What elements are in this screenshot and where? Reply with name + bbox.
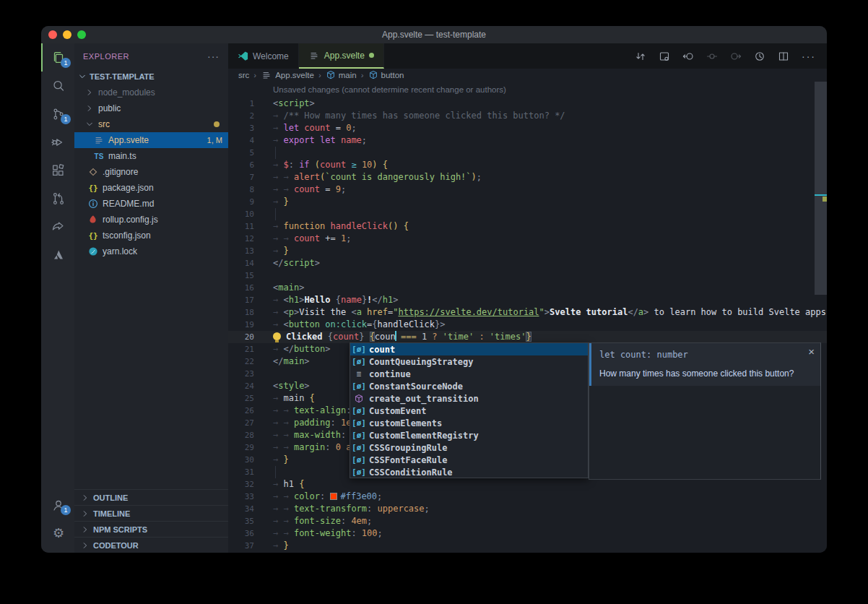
- suggest-item-countqueuingstrategy[interactable]: [ø]CountQueuingStrategy: [350, 355, 588, 368]
- suggest-item-cssfontfacerule[interactable]: [ø]CSSFontFaceRule: [350, 454, 588, 466]
- section-codetour[interactable]: CODETOUR: [74, 537, 228, 553]
- code-line-8[interactable]: 8→ → count = 9;: [228, 184, 827, 196]
- current-revision-icon[interactable]: [706, 51, 718, 62]
- open-changes-with-previous-icon[interactable]: [659, 51, 670, 62]
- suggest-item-count[interactable]: [ø]count: [350, 343, 588, 355]
- line-number: 16: [228, 282, 254, 294]
- traffic-lights: [48, 30, 86, 39]
- breadcrumb-item-app-svelte[interactable]: App.svelte: [261, 69, 314, 81]
- code-line-7[interactable]: 7→ → alert(`count is dangerously high!`)…: [228, 171, 827, 184]
- more-actions-icon[interactable]: ···: [802, 51, 816, 62]
- line-number: 20: [228, 331, 254, 343]
- activity-source-control[interactable]: 1: [41, 100, 74, 128]
- sidebar-header: EXPLORER ···: [74, 43, 228, 69]
- scrollbar: [815, 82, 827, 553]
- code-line-10[interactable]: 10: [228, 208, 827, 220]
- code-line-16[interactable]: 16<main>: [228, 282, 827, 294]
- activity-extensions[interactable]: [41, 156, 74, 184]
- file-row-public[interactable]: public: [74, 100, 228, 116]
- code-line-17[interactable]: 17→ <h1>Hello {name}!</h1>: [228, 294, 827, 306]
- suggest-label: CountQueuingStrategy: [369, 357, 474, 367]
- suggest-label: create_out_transition: [369, 394, 479, 404]
- suggest-item-cssgroupingrule[interactable]: [ø]CSSGroupingRule: [350, 441, 588, 454]
- suggest-item-cssconditionrule[interactable]: [ø]CSSConditionRule: [350, 466, 588, 478]
- file-row-src[interactable]: src: [74, 116, 228, 132]
- suggest-item-customelementregistry[interactable]: [ø]CustomElementRegistry: [350, 429, 588, 441]
- tab-welcome[interactable]: Welcome: [228, 43, 299, 69]
- breadcrumb-item-src[interactable]: src: [238, 71, 249, 79]
- section-outline[interactable]: OUTLINE: [74, 489, 228, 505]
- activity-search[interactable]: [41, 72, 74, 100]
- next-revision-icon[interactable]: [730, 51, 742, 62]
- breadcrumb-item-main[interactable]: main: [326, 70, 357, 80]
- code-line-6[interactable]: 6→ $: if (count ≥ 10) {: [228, 159, 827, 171]
- maximize-window-button[interactable]: [77, 30, 86, 39]
- previous-revision-icon[interactable]: [682, 51, 694, 62]
- code-line-4[interactable]: 4→ export let name;: [228, 134, 827, 147]
- close-window-button[interactable]: [48, 30, 57, 39]
- code-line-1[interactable]: 1<script>: [228, 98, 827, 110]
- title-bar[interactable]: App.svelte — test-template: [41, 26, 827, 43]
- suggest-item-continue[interactable]: ≡continue: [350, 368, 588, 380]
- line-content: → }: [254, 245, 289, 257]
- activity-live-share[interactable]: [41, 212, 74, 241]
- split-editor-icon[interactable]: [778, 51, 789, 62]
- code-line-20[interactable]: 20Clicked {count} {coun === 1 ? 'time' :…: [228, 331, 827, 343]
- code-line-3[interactable]: 3→ let count = 0;: [228, 122, 827, 134]
- activity-azure[interactable]: [41, 241, 74, 269]
- activity-accounts[interactable]: 1: [41, 491, 74, 519]
- activity-run-and-debug[interactable]: [41, 128, 74, 156]
- activity-explorer[interactable]: 1: [41, 43, 74, 72]
- suggest-item-constantsourcenode[interactable]: [ø]ConstantSourceNode: [350, 380, 588, 392]
- code-line-13[interactable]: 13→ }: [228, 245, 827, 257]
- workspace-root-label: TEST-TEMPLATE: [90, 72, 155, 81]
- code-line-37[interactable]: 37→ }: [228, 540, 827, 552]
- symbol-variable-icon: [ø]: [353, 357, 365, 366]
- breadcrumb-item-button[interactable]: button: [368, 70, 404, 80]
- file-row--gitignore[interactable]: .gitignore: [74, 164, 228, 180]
- code-line-14[interactable]: 14</script>: [228, 257, 827, 269]
- file-row-readme-md[interactable]: README.md: [74, 196, 228, 212]
- tab-app-svelte[interactable]: App.svelte: [299, 43, 384, 69]
- activity-github-pull-requests[interactable]: [41, 184, 74, 212]
- code-line-32[interactable]: 32→ h1 {: [228, 478, 827, 491]
- suggest-item-customevent[interactable]: [ø]CustomEvent: [350, 405, 588, 417]
- file-row-node-modules[interactable]: node_modules: [74, 85, 228, 100]
- scrollbar-thumb[interactable]: [815, 82, 827, 295]
- code-line-12[interactable]: 12→ → count += 1;: [228, 233, 827, 245]
- more-actions-icon[interactable]: ···: [207, 51, 220, 62]
- section-label: NPM SCRIPTS: [93, 525, 147, 534]
- code-editor[interactable]: Unsaved changes (cannot determine recent…: [228, 82, 827, 553]
- code-line-35[interactable]: 35→ → font-size: 4em;: [228, 515, 827, 527]
- code-line-11[interactable]: 11→ function handleClick() {: [228, 220, 827, 233]
- code-line-34[interactable]: 34→ → text-transform: uppercase;: [228, 503, 827, 515]
- code-line-2[interactable]: 2→ /** How many times has someone clicke…: [228, 110, 827, 122]
- section-label: TIMELINE: [93, 509, 130, 518]
- minimize-window-button[interactable]: [63, 30, 71, 39]
- file-row-rollup-config-js[interactable]: rollup.config.js: [74, 212, 228, 228]
- file-row-tsconfig-json[interactable]: {}tsconfig.json: [74, 228, 228, 243]
- file-row-package-json[interactable]: {}package.json: [74, 180, 228, 196]
- file-row-yarn-lock[interactable]: yarn.lock: [74, 243, 228, 259]
- suggest-item-create_out_transition[interactable]: create_out_transition: [350, 392, 588, 405]
- code-line-15[interactable]: 15: [228, 269, 827, 282]
- suggest-item-customelements[interactable]: [ø]customElements: [350, 417, 588, 429]
- code-line-19[interactable]: 19→ <button on:click={handleClick}>: [228, 319, 827, 331]
- file-row-main-ts[interactable]: TSmain.ts: [74, 148, 228, 164]
- open-changes-icon[interactable]: [635, 51, 646, 62]
- section-timeline[interactable]: TIMELINE: [74, 505, 228, 521]
- file-history-icon[interactable]: [754, 51, 765, 62]
- code-line-18[interactable]: 18→ <p>Visit the <a href="https://svelte…: [228, 306, 827, 319]
- code-line-5[interactable]: 5: [228, 147, 827, 159]
- workspace-root-row[interactable]: TEST-TEMPLATE: [74, 69, 228, 85]
- file-row-app-svelte[interactable]: App.svelte1, M: [74, 132, 228, 148]
- code-line-33[interactable]: 33→ → color: #ff3e00;: [228, 491, 827, 503]
- code-line-36[interactable]: 36→ → font-weight: 100;: [228, 527, 827, 540]
- section-npm-scripts[interactable]: NPM SCRIPTS: [74, 521, 228, 537]
- close-icon[interactable]: ×: [808, 346, 815, 357]
- line-number: 32: [228, 478, 254, 491]
- gitlens-annotation: Unsaved changes (cannot determine recent…: [228, 82, 827, 98]
- activity-settings[interactable]: ⚙: [41, 519, 74, 547]
- chevron-right-icon: [80, 493, 90, 503]
- code-line-9[interactable]: 9→ }: [228, 196, 827, 208]
